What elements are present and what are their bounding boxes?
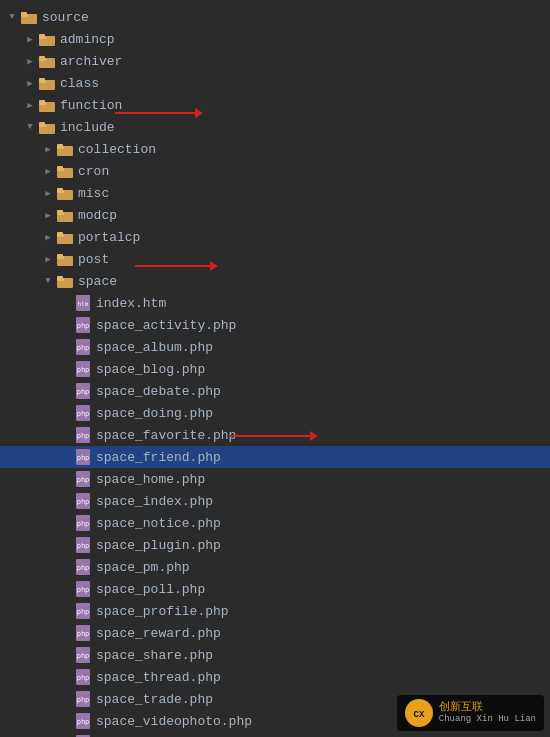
tree-item-post[interactable]: post: [0, 248, 550, 270]
svg-text:php: php: [77, 432, 90, 440]
php-file-icon: php: [74, 383, 92, 399]
tree-item-space_poll[interactable]: php space_poll.php: [0, 578, 550, 600]
item-label: index.htm: [96, 296, 166, 311]
tree-item-function[interactable]: function: [0, 94, 550, 116]
item-label: space_plugin.php: [96, 538, 221, 553]
php-file-icon: php: [74, 449, 92, 465]
expand-arrow[interactable]: [4, 9, 20, 25]
watermark-line1: 创新互联: [439, 700, 536, 714]
item-label: space_notice.php: [96, 516, 221, 531]
item-label: space: [78, 274, 117, 289]
file-tree[interactable]: source admincp archiver class function: [0, 0, 550, 737]
svg-text:php: php: [77, 454, 90, 462]
svg-rect-32: [57, 232, 63, 235]
tree-item-space_doing[interactable]: php space_doing.php: [0, 402, 550, 424]
tree-item-space_wall[interactable]: php space_wall.php: [0, 732, 550, 737]
svg-text:php: php: [77, 652, 90, 660]
svg-rect-23: [57, 166, 63, 169]
tree-item-cron[interactable]: cron: [0, 160, 550, 182]
tree-item-modcp[interactable]: modcp: [0, 204, 550, 226]
tree-item-space[interactable]: space: [0, 270, 550, 292]
item-label: space_favorite.php: [96, 428, 236, 443]
expand-arrow[interactable]: [22, 119, 38, 135]
folder-icon: [38, 120, 56, 134]
folder-icon: [38, 32, 56, 46]
expand-arrow[interactable]: [40, 273, 56, 289]
tree-item-space_share[interactable]: php space_share.php: [0, 644, 550, 666]
tree-item-space_pm[interactable]: php space_pm.php: [0, 556, 550, 578]
folder-icon: [56, 186, 74, 200]
expand-arrow[interactable]: [40, 207, 56, 223]
item-label: misc: [78, 186, 109, 201]
tree-item-space_activity[interactable]: php space_activity.php: [0, 314, 550, 336]
svg-rect-35: [57, 254, 63, 257]
tree-item-space_debate[interactable]: php space_debate.php: [0, 380, 550, 402]
item-label: space_home.php: [96, 472, 205, 487]
svg-rect-5: [39, 34, 45, 37]
tree-item-space_blog[interactable]: php space_blog.php: [0, 358, 550, 380]
tree-item-space_profile[interactable]: php space_profile.php: [0, 600, 550, 622]
item-label: space_friend.php: [96, 450, 221, 465]
folder-icon: [56, 230, 74, 244]
tree-item-space_favorite[interactable]: php space_favorite.php: [0, 424, 550, 446]
tree-item-space_notice[interactable]: php space_notice.php: [0, 512, 550, 534]
php-file-icon: php: [74, 647, 92, 663]
svg-text:php: php: [77, 476, 90, 484]
tree-item-space_plugin[interactable]: php space_plugin.php: [0, 534, 550, 556]
tree-item-portalcp[interactable]: portalcp: [0, 226, 550, 248]
folder-icon: [56, 252, 74, 266]
item-label: space_doing.php: [96, 406, 213, 421]
tree-item-space_thread[interactable]: php space_thread.php: [0, 666, 550, 688]
svg-text:php: php: [77, 498, 90, 506]
svg-text:php: php: [77, 696, 90, 704]
item-label: source: [42, 10, 89, 25]
php-file-icon: php: [74, 625, 92, 641]
expand-arrow[interactable]: [40, 141, 56, 157]
svg-text:php: php: [77, 344, 90, 352]
svg-rect-2: [21, 12, 27, 15]
tree-item-space_home[interactable]: php space_home.php: [0, 468, 550, 490]
svg-rect-38: [57, 276, 63, 279]
tree-item-archiver[interactable]: archiver: [0, 50, 550, 72]
svg-text:php: php: [77, 388, 90, 396]
tree-item-space_index[interactable]: php space_index.php: [0, 490, 550, 512]
php-file-icon: php: [74, 405, 92, 421]
tree-item-include[interactable]: include: [0, 116, 550, 138]
expand-arrow[interactable]: [40, 163, 56, 179]
expand-arrow[interactable]: [40, 185, 56, 201]
expand-arrow[interactable]: [22, 75, 38, 91]
php-file-icon: php: [74, 471, 92, 487]
expand-arrow[interactable]: [40, 229, 56, 245]
item-label: archiver: [60, 54, 122, 69]
expand-arrow[interactable]: [22, 53, 38, 69]
svg-rect-8: [39, 56, 45, 59]
item-label: cron: [78, 164, 109, 179]
expand-arrow[interactable]: [40, 251, 56, 267]
tree-item-space_friend[interactable]: php space_friend.php: [0, 446, 550, 468]
php-file-icon: php: [74, 339, 92, 355]
tree-item-space_album[interactable]: php space_album.php: [0, 336, 550, 358]
item-label: portalcp: [78, 230, 140, 245]
tree-item-source[interactable]: source: [0, 6, 550, 28]
tree-item-class[interactable]: class: [0, 72, 550, 94]
svg-rect-29: [57, 210, 63, 213]
item-label: space_profile.php: [96, 604, 229, 619]
tree-item-space_reward[interactable]: php space_reward.php: [0, 622, 550, 644]
php-file-icon: php: [74, 537, 92, 553]
tree-item-admincp[interactable]: admincp: [0, 28, 550, 50]
folder-icon: [38, 98, 56, 112]
watermark-line2: Chuang Xin Hu Lian: [439, 714, 536, 726]
php-file-icon: php: [74, 317, 92, 333]
tree-item-collection[interactable]: collection: [0, 138, 550, 160]
svg-text:php: php: [77, 366, 90, 374]
item-label: space_pm.php: [96, 560, 190, 575]
tree-item-index-htm[interactable]: htm index.htm: [0, 292, 550, 314]
watermark-logo: CX: [405, 699, 433, 727]
expand-arrow[interactable]: [22, 97, 38, 113]
svg-text:php: php: [77, 520, 90, 528]
expand-arrow[interactable]: [22, 31, 38, 47]
tree-item-misc[interactable]: misc: [0, 182, 550, 204]
item-label: space_debate.php: [96, 384, 221, 399]
item-label: space_blog.php: [96, 362, 205, 377]
item-label: modcp: [78, 208, 117, 223]
